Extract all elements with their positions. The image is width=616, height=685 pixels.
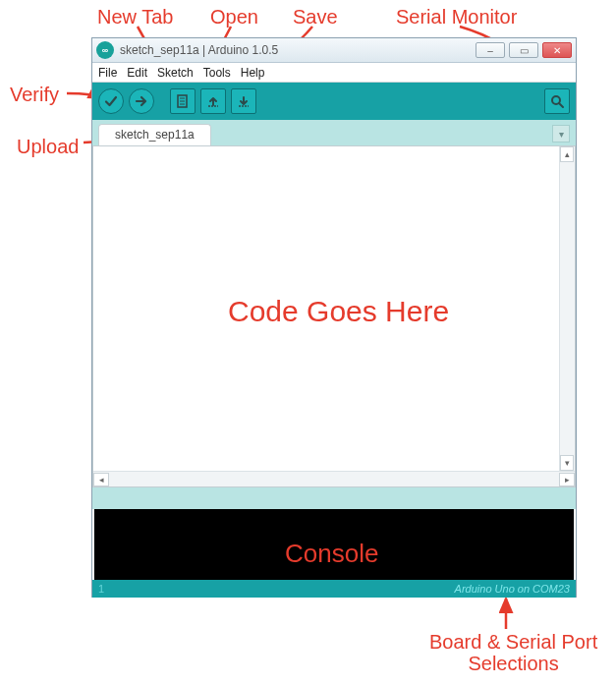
toolbar <box>92 83 576 120</box>
tab-current[interactable]: sketch_sep11a <box>98 124 211 145</box>
menu-file[interactable]: File <box>98 66 117 80</box>
scroll-left-icon[interactable]: ◂ <box>93 473 109 486</box>
footer-line-number: 1 <box>98 583 104 595</box>
annotation-verify: Verify <box>10 84 59 105</box>
verify-button[interactable] <box>98 88 124 114</box>
scroll-up-icon[interactable]: ▴ <box>560 146 574 162</box>
new-button[interactable] <box>170 88 196 114</box>
footer: 1 Arduino Uno on COM23 <box>92 580 576 598</box>
serial-monitor-button[interactable] <box>544 88 570 114</box>
serial-monitor-icon <box>549 93 565 109</box>
horizontal-scrollbar[interactable]: ◂ ▸ <box>93 471 575 486</box>
editor-area: ▴ ▾ ◂ ▸ <box>92 145 576 487</box>
chevron-down-icon: ▾ <box>559 129 564 140</box>
footer-board-port: Arduino Uno on COM23 <box>455 583 570 595</box>
close-button[interactable]: ✕ <box>542 42 572 58</box>
menubar: File Edit Sketch Tools Help <box>92 63 576 83</box>
menu-tools[interactable]: Tools <box>203 66 231 80</box>
maximize-button[interactable]: ▭ <box>509 42 538 58</box>
open-button[interactable] <box>200 88 226 114</box>
close-icon: ✕ <box>553 45 561 56</box>
verify-icon <box>103 93 119 109</box>
tabbar: sketch_sep11a ▾ <box>92 120 576 145</box>
window-title: sketch_sep11a | Arduino 1.0.5 <box>120 43 278 57</box>
menu-edit[interactable]: Edit <box>127 66 147 80</box>
annotation-new-tab: New Tab <box>97 6 173 28</box>
annotation-serial-monitor: Serial Monitor <box>396 6 517 28</box>
arduino-logo-icon: ∞ <box>96 41 114 59</box>
console-panel[interactable] <box>94 509 574 580</box>
minimize-button[interactable]: – <box>476 42 505 58</box>
upload-icon <box>134 93 149 109</box>
code-editor[interactable] <box>93 146 575 471</box>
menu-sketch[interactable]: Sketch <box>157 66 194 80</box>
upload-button[interactable] <box>129 88 154 114</box>
vertical-scrollbar[interactable]: ▴ ▾ <box>559 146 575 471</box>
status-strip <box>92 487 576 509</box>
app-window: ∞ sketch_sep11a | Arduino 1.0.5 – ▭ ✕ Fi… <box>91 37 577 598</box>
menu-help[interactable]: Help <box>241 66 265 80</box>
maximize-icon: ▭ <box>520 45 529 56</box>
open-icon <box>205 93 221 109</box>
annotation-open: Open <box>210 6 258 28</box>
annotation-upload: Upload <box>17 136 79 157</box>
titlebar[interactable]: ∞ sketch_sep11a | Arduino 1.0.5 – ▭ ✕ <box>92 38 576 63</box>
scroll-right-icon[interactable]: ▸ <box>559 473 575 486</box>
save-icon <box>236 93 252 109</box>
annotation-save: Save <box>293 6 338 28</box>
tab-menu-button[interactable]: ▾ <box>552 125 570 143</box>
save-button[interactable] <box>231 88 256 114</box>
scroll-down-icon[interactable]: ▾ <box>560 455 574 471</box>
annotation-board-serial: Board & Serial PortSelections <box>429 631 597 674</box>
svg-line-7 <box>559 103 563 107</box>
minimize-icon: – <box>487 45 493 56</box>
new-icon <box>175 93 191 109</box>
